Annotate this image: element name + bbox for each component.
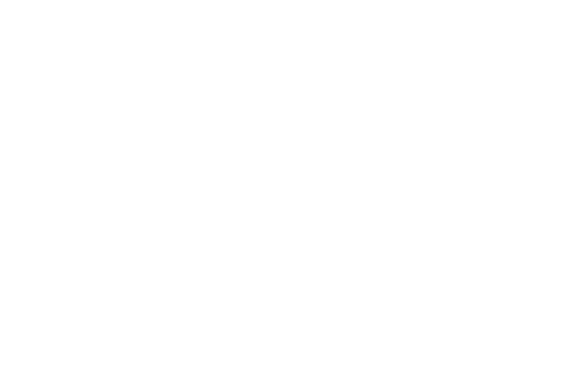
quadrant-bottom-right [294,184,588,367]
quadrant-bottom-left [0,184,294,367]
mirrored-composition [0,0,588,367]
quadrant-top-left [0,0,294,184]
quadrant-top-right [294,0,588,184]
